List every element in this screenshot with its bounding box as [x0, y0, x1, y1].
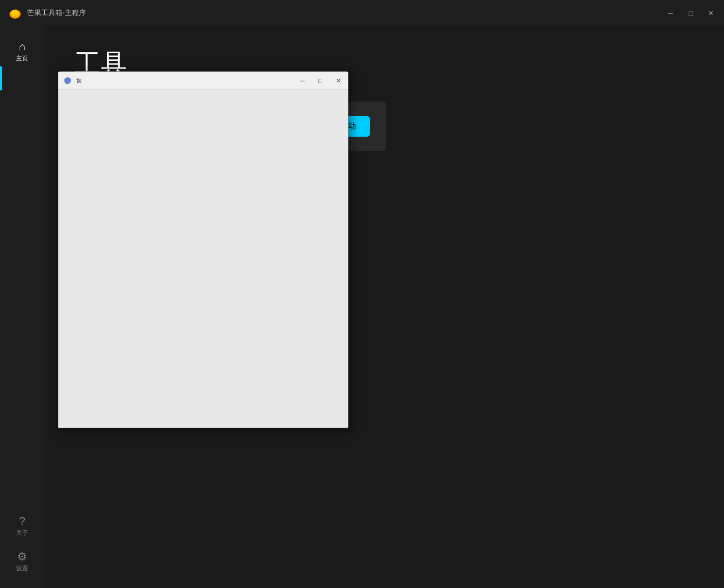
sidebar-item-home[interactable]: ⌂ 主页	[0, 34, 44, 70]
svg-point-2	[12, 10, 19, 16]
minimize-button[interactable]: ─	[666, 8, 676, 18]
main-layout: ⌂ 主页 ? 关于 ⚙ 设置 工具 Example Tool Basic exa…	[0, 26, 724, 588]
settings-icon: ⚙	[17, 551, 27, 562]
tk-close-button[interactable]: ✕	[334, 76, 343, 85]
tk-body	[58, 90, 348, 428]
sidebar-bottom: ? 关于 ⚙ 设置	[0, 509, 44, 580]
sidebar-item-about[interactable]: ? 关于	[0, 509, 44, 544]
tk-window-title: tk	[76, 77, 298, 84]
window-controls: ─ □ ✕	[666, 8, 716, 18]
tk-titlebar: tk ─ □ ✕	[58, 72, 348, 90]
tk-window-icon	[63, 76, 72, 85]
sidebar-about-label: 关于	[16, 529, 28, 537]
sidebar-settings-label: 设置	[16, 564, 28, 573]
tk-minimize-button[interactable]: ─	[298, 76, 307, 85]
app-logo	[8, 6, 22, 20]
sidebar-accent	[0, 66, 2, 90]
about-icon: ?	[19, 516, 25, 527]
home-icon: ⌂	[19, 41, 25, 52]
sidebar: ⌂ 主页 ? 关于 ⚙ 设置	[0, 26, 44, 588]
sidebar-item-settings[interactable]: ⚙ 设置	[0, 544, 44, 580]
close-button[interactable]: ✕	[706, 8, 716, 18]
maximize-button[interactable]: □	[686, 8, 696, 18]
tk-window[interactable]: tk ─ □ ✕	[58, 71, 348, 428]
tk-maximize-button[interactable]: □	[316, 76, 325, 85]
tk-controls: ─ □ ✕	[298, 76, 343, 85]
sidebar-home-label: 主页	[16, 54, 28, 63]
app-title: 芒果工具箱-主程序	[27, 9, 86, 18]
content-area: 工具 Example Tool Basic example tool 启动 tk…	[44, 26, 724, 588]
title-bar: 芒果工具箱-主程序 ─ □ ✕	[0, 0, 724, 26]
